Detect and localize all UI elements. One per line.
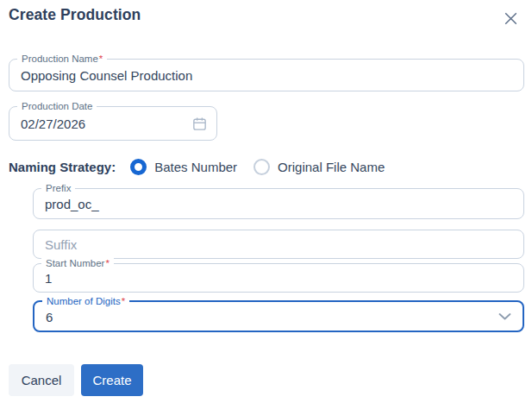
number-of-digits-field[interactable]: Number of Digits*	[33, 300, 524, 332]
start-number-field: Start Number*	[33, 263, 524, 293]
radio-option-bates-number[interactable]: Bates Number	[130, 159, 237, 175]
close-button[interactable]	[499, 7, 522, 29]
radio-icon-original-file-name[interactable]	[253, 159, 270, 175]
suffix-field	[33, 230, 524, 259]
production-name-field: Production Name*	[9, 59, 524, 91]
naming-strategy-row: Naming Strategy: Bates Number Original F…	[9, 155, 385, 178]
radio-icon-bates-number[interactable]	[130, 159, 147, 175]
production-date-field: Production Date	[9, 106, 217, 141]
prefix-input[interactable]	[34, 189, 523, 218]
date-picker-button[interactable]	[190, 114, 209, 133]
dialog-title: Create Production	[9, 6, 141, 24]
naming-strategy-label: Naming Strategy:	[9, 160, 116, 174]
close-icon	[504, 11, 518, 26]
suffix-input[interactable]	[34, 230, 523, 258]
radio-option-original-file-name[interactable]: Original File Name	[253, 159, 385, 175]
radio-label-original-file-name: Original File Name	[278, 160, 385, 174]
create-button[interactable]: Create	[81, 364, 143, 396]
production-date-input[interactable]	[9, 107, 216, 140]
prefix-field: Prefix	[33, 188, 524, 219]
start-number-input[interactable]	[34, 264, 523, 292]
production-name-input[interactable]	[9, 60, 523, 91]
calendar-icon	[191, 116, 208, 132]
number-of-digits-select[interactable]	[34, 302, 523, 331]
cancel-button[interactable]: Cancel	[9, 364, 74, 396]
chevron-down-icon[interactable]	[498, 312, 511, 320]
radio-label-bates-number: Bates Number	[154, 160, 237, 174]
create-production-dialog: Create Production Production Name* Produ…	[0, 0, 532, 403]
